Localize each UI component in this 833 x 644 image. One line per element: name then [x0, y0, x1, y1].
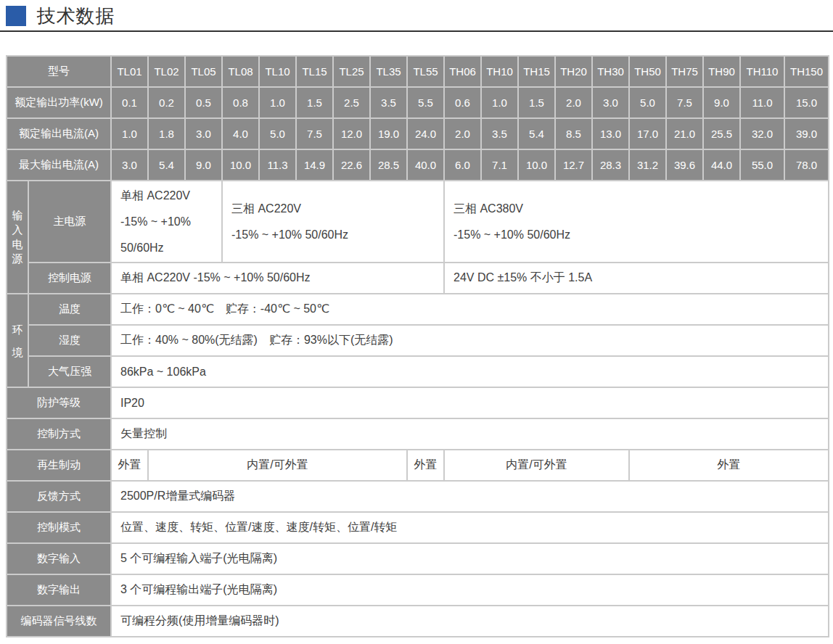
rated-power-cell: 0.2 [148, 87, 185, 118]
model-header-row: 型号 TL01TL02TL05TL08TL10TL15TL25TL35TL55T… [7, 56, 829, 87]
encoder-lines-row: 编码器信号线数 可编程分频(使用增量编码器时) [7, 606, 829, 637]
rated-power-cell: 9.0 [703, 87, 740, 118]
rated-current-cell: 39.0 [784, 118, 829, 149]
max-current-cell: 9.0 [185, 149, 222, 181]
model-header-cell: TL05 [185, 56, 222, 87]
text-line: -15% ~ +10% [120, 209, 214, 235]
protection-row: 防护等级 IP20 [7, 387, 829, 418]
temperature-row: 环境 温度 工作：0℃ ~ 40℃ 贮存：-40℃ ~ 50℃ [7, 294, 829, 325]
max-current-cell: 55.0 [740, 149, 784, 181]
digital-input-value-cell: 5 个可编程输入端子(光电隔离) [111, 543, 829, 574]
max-current-cell: 44.0 [703, 149, 740, 181]
control-power-row: 控制电源 单相 AC220V -15% ~ +10% 50/60Hz 24V D… [7, 263, 829, 294]
rated-current-cell: 1.0 [111, 118, 148, 149]
model-header-cell: TH110 [740, 56, 784, 87]
max-current-cell: 78.0 [784, 149, 829, 181]
text-line: 三相 AC380V [454, 196, 821, 222]
max-current-cell: 28.3 [592, 149, 629, 181]
text-line: -15% ~ +10% 50/60Hz [454, 222, 821, 248]
model-header-cell: TH20 [555, 56, 592, 87]
regen-cell-internal-1: 内置/可外置 [148, 450, 407, 481]
digital-output-value-cell: 3 个可编程输出端子(光电隔离) [111, 574, 829, 606]
rated-current-cell: 3.5 [481, 118, 518, 149]
vertical-char: 环 [7, 318, 28, 341]
section-marker-icon [6, 6, 26, 26]
control-power-ac-cell: 单相 AC220V -15% ~ +10% 50/60Hz [111, 263, 444, 294]
regen-braking-label: 再生制动 [7, 450, 111, 481]
rated-current-cell: 17.0 [629, 118, 666, 149]
rated-current-cell: 24.0 [407, 118, 444, 149]
model-header-cell: TH75 [666, 56, 703, 87]
rated-current-cell: 19.0 [370, 118, 407, 149]
rated-current-label: 额定输出电流(A) [7, 118, 111, 149]
max-current-cell: 12.7 [555, 149, 592, 181]
model-header-cell: TH10 [481, 56, 518, 87]
model-header-cell: TL10 [259, 56, 296, 87]
text-line: 三相 AC220V [231, 196, 436, 222]
control-mode-value-cell: 位置、速度、转矩、位置/速度、速度/转矩、位置/转矩 [111, 512, 829, 543]
max-current-cell: 39.6 [666, 149, 703, 181]
feedback-row: 反馈方式 2500P/R增量式编码器 [7, 481, 829, 512]
digital-input-row: 数字输入 5 个可编程输入端子(光电隔离) [7, 543, 829, 574]
main-power-three-phase-380-cell: 三相 AC380V -15% ~ +10% 50/60Hz [444, 181, 829, 263]
digital-input-label: 数字输入 [7, 543, 111, 574]
encoder-lines-value-cell: 可编程分频(使用增量编码器时) [111, 606, 829, 637]
max-current-cell: 22.6 [333, 149, 370, 181]
rated-current-row: 额定输出电流(A) 1.01.83.04.05.07.512.019.024.0… [7, 118, 829, 149]
model-header-cell: TL01 [111, 56, 148, 87]
vertical-char: 电 [7, 237, 28, 252]
main-power-single-phase-220-cell: 单相 AC220V -15% ~ +10% 50/60Hz [111, 181, 222, 263]
model-header-cell: TH15 [518, 56, 555, 87]
rated-current-cell: 32.0 [740, 118, 784, 149]
rated-power-cell: 3.0 [592, 87, 629, 118]
protection-label: 防护等级 [7, 387, 111, 418]
rated-current-cell: 13.0 [592, 118, 629, 149]
model-header-cell: TH30 [592, 56, 629, 87]
rated-power-cell: 5.0 [629, 87, 666, 118]
max-current-cell: 11.3 [259, 149, 296, 181]
input-power-group-label: 输入电源 [7, 181, 28, 294]
model-header-cell: TL55 [407, 56, 444, 87]
environment-group-label: 环境 [7, 294, 28, 387]
rated-current-cell: 5.0 [259, 118, 296, 149]
max-current-cell: 40.0 [407, 149, 444, 181]
max-current-cell: 5.4 [148, 149, 185, 181]
control-method-label: 控制方式 [7, 418, 111, 450]
humidity-label: 湿度 [28, 325, 111, 356]
rated-current-cell: 7.5 [296, 118, 333, 149]
protection-value-cell: IP20 [111, 387, 829, 418]
rated-power-cell: 3.5 [370, 87, 407, 118]
rated-current-cell: 2.0 [444, 118, 481, 149]
rated-power-cell: 1.0 [481, 87, 518, 118]
model-header-cell: TL15 [296, 56, 333, 87]
vertical-char: 入 [7, 223, 28, 237]
vertical-char: 境 [7, 341, 28, 363]
feedback-label: 反馈方式 [7, 481, 111, 512]
temperature-label: 温度 [28, 294, 111, 325]
main-power-row: 输入电源 主电源 单相 AC220V -15% ~ +10% 50/60Hz 三… [7, 181, 829, 263]
max-current-cell: 28.5 [370, 149, 407, 181]
page-title: 技术数据 [36, 6, 115, 27]
temperature-value-cell: 工作：0℃ ~ 40℃ 贮存：-40℃ ~ 50℃ [111, 294, 829, 325]
max-current-row: 最大输出电流(A) 3.05.49.010.011.314.922.628.54… [7, 149, 829, 181]
model-header-cell: TL08 [222, 56, 259, 87]
model-header-cell: TH90 [703, 56, 740, 87]
rated-power-cell: 0.6 [444, 87, 481, 118]
rated-power-cell: 15.0 [784, 87, 829, 118]
encoder-lines-label: 编码器信号线数 [7, 606, 111, 637]
section-header: 技术数据 [0, 0, 833, 32]
main-power-label: 主电源 [28, 181, 111, 263]
rated-power-cell: 1.0 [259, 87, 296, 118]
humidity-row: 湿度 工作：40% ~ 80%(无结露) 贮存：93%以下(无结露) [7, 325, 829, 356]
digital-output-label: 数字输出 [7, 574, 111, 606]
rated-current-cell: 4.0 [222, 118, 259, 149]
text-line: 单相 AC220V [120, 183, 214, 209]
rated-power-cell: 7.5 [666, 87, 703, 118]
text-line: 50/60Hz [120, 235, 214, 261]
regen-cell-internal-2: 内置/可外置 [444, 450, 629, 481]
control-mode-label: 控制模式 [7, 512, 111, 543]
control-power-dc-cell: 24V DC ±15% 不小于 1.5A [444, 263, 829, 294]
model-header-cell: TL02 [148, 56, 185, 87]
rated-current-cell: 1.8 [148, 118, 185, 149]
model-header-cell: TL25 [333, 56, 370, 87]
